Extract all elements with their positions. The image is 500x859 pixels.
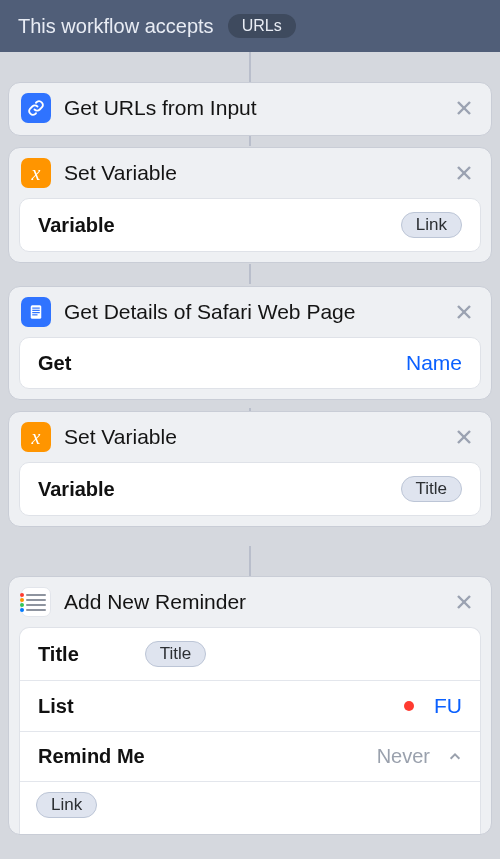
reminder-note-field[interactable]: Link [20, 781, 480, 834]
variable-icon: x [21, 158, 51, 188]
param-label: Title [38, 643, 79, 666]
workflow-input-header: This workflow accepts URLs [0, 0, 500, 52]
reminders-icon [21, 587, 51, 617]
action-title: Set Variable [64, 161, 440, 185]
chevron-up-icon [448, 750, 462, 764]
action-title: Get Details of Safari Web Page [64, 300, 440, 324]
close-icon[interactable] [453, 591, 475, 613]
document-icon [21, 297, 51, 327]
action-title: Set Variable [64, 425, 440, 449]
param-row-get[interactable]: Get Name [20, 338, 480, 388]
variable-token[interactable]: Title [145, 641, 207, 667]
param-row-variable[interactable]: Variable Link [20, 199, 480, 251]
action-add-reminder[interactable]: Add New Reminder Title Title List FU Rem… [8, 576, 492, 835]
param-row-variable[interactable]: Variable Title [20, 463, 480, 515]
link-icon [21, 93, 51, 123]
action-title: Get URLs from Input [64, 96, 440, 120]
param-value: Never [377, 745, 430, 768]
svg-rect-6 [32, 310, 40, 311]
workflow-canvas: Get URLs from Input x Set Variable Varia… [0, 52, 500, 835]
connector-line [249, 52, 251, 82]
action-set-variable-title[interactable]: x Set Variable Variable Title [8, 411, 492, 527]
variable-icon: x [21, 422, 51, 452]
param-label: Get [38, 352, 71, 375]
close-icon[interactable] [453, 301, 475, 323]
svg-rect-7 [32, 312, 40, 313]
param-label: Variable [38, 214, 115, 237]
action-get-urls[interactable]: Get URLs from Input [8, 82, 492, 136]
close-icon[interactable] [453, 162, 475, 184]
action-title: Add New Reminder [64, 590, 440, 614]
param-row-title[interactable]: Title Title [20, 628, 480, 680]
svg-rect-8 [32, 314, 37, 315]
param-label: List [38, 695, 74, 718]
param-label: Remind Me [38, 745, 145, 768]
close-icon[interactable] [453, 97, 475, 119]
action-get-safari-details[interactable]: Get Details of Safari Web Page Get Name [8, 286, 492, 400]
list-color-dot [404, 701, 414, 711]
workflow-input-type[interactable]: URLs [228, 14, 296, 38]
param-value[interactable]: Name [406, 351, 462, 375]
param-value[interactable]: FU [434, 694, 462, 718]
variable-token[interactable]: Link [401, 212, 462, 238]
connector-line [249, 264, 251, 284]
param-row-list[interactable]: List FU [20, 680, 480, 731]
variable-token[interactable]: Title [401, 476, 463, 502]
variable-token[interactable]: Link [36, 792, 97, 818]
param-label: Variable [38, 478, 115, 501]
action-set-variable-link[interactable]: x Set Variable Variable Link [8, 147, 492, 263]
close-icon[interactable] [453, 426, 475, 448]
svg-rect-5 [32, 308, 40, 309]
param-row-remind-me[interactable]: Remind Me Never [20, 731, 480, 781]
header-prefix: This workflow accepts [18, 15, 214, 38]
